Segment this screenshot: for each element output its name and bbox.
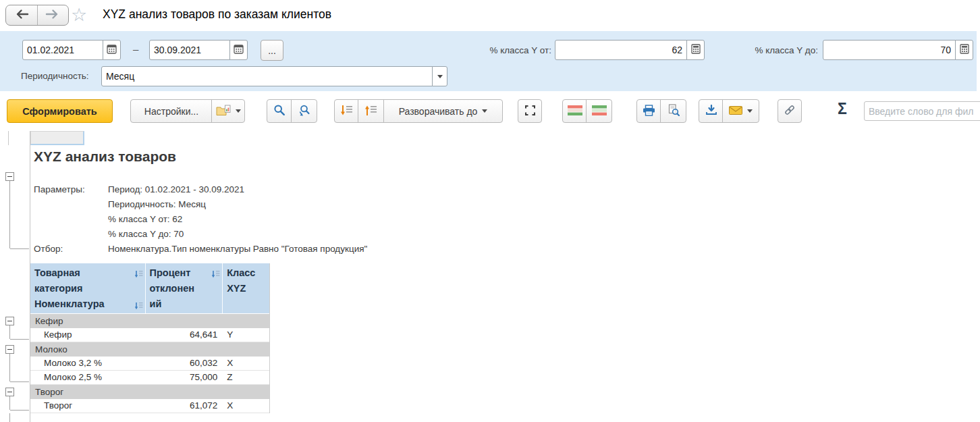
find-button[interactable] [267, 99, 292, 123]
item-name-cell: Молоко 3,2 % [30, 357, 145, 370]
parameter-value: Периодичность: Месяц [108, 197, 206, 212]
class-y-to-calculator-button[interactable] [955, 40, 973, 60]
periodicity-input[interactable] [101, 66, 433, 86]
calendar-icon [107, 44, 117, 56]
download-icon [705, 105, 717, 117]
column-header-deviation-percent[interactable]: Процент отклонений [145, 263, 223, 313]
send-email-button[interactable] [722, 99, 759, 123]
deviation-percent-cell: 75,000 [145, 371, 223, 384]
table-row[interactable]: Молоко 3,2 %60,032X [30, 357, 269, 371]
class-y-to-input[interactable] [823, 40, 956, 60]
tree-line [9, 354, 10, 381]
collapse-groups-button[interactable] [358, 99, 384, 123]
table-row[interactable]: Кефир64,641Y [30, 328, 269, 342]
expand-levels-icon [340, 105, 354, 118]
date-range-separator: – [133, 43, 138, 55]
sort-ascending-button[interactable] [586, 99, 612, 123]
date-from-input[interactable] [22, 40, 103, 60]
expand-to-button[interactable]: Разворачивать до [383, 99, 503, 123]
collapse-group-button[interactable] [5, 388, 14, 396]
class-y-to-label: % класса Y до: [741, 45, 818, 55]
group-name-cell: Молоко [30, 342, 269, 357]
generate-button[interactable]: Сформировать [7, 99, 113, 123]
parameter-value: % класса Y от: 62 [108, 212, 182, 227]
page-title: XYZ анализ товаров по заказам клиентов [103, 7, 331, 22]
class-y-from-input[interactable] [555, 40, 687, 60]
report-table-body: КефирКефир64,641YМолокоМолоко 3,2 %60,03… [30, 314, 269, 413]
calculator-icon [960, 44, 969, 56]
date-to-calendar-button[interactable] [229, 40, 248, 60]
periodicity-dropdown-button[interactable] [432, 66, 447, 86]
collapse-group-button[interactable] [5, 317, 14, 325]
column-header-nomenclature[interactable]: Товарная категория Номенклатура [30, 263, 145, 313]
forward-button[interactable] [37, 5, 69, 25]
report-spreadsheet: XYZ анализ товаров Параметры:Период: 01.… [0, 128, 980, 422]
tree-line [9, 396, 10, 410]
period-variants-button[interactable]: ... [261, 40, 283, 61]
periodicity-field [101, 66, 447, 86]
print-preview-button[interactable] [660, 99, 686, 123]
fullscreen-icon [524, 105, 536, 118]
column-header-xyz-class[interactable]: Класс XYZ [222, 263, 269, 313]
tree-line [9, 181, 10, 248]
column-header-text: Класс XYZ [227, 265, 259, 296]
print-button[interactable] [636, 99, 661, 123]
class-y-from-calculator-button[interactable] [686, 40, 705, 60]
find-next-button[interactable] [291, 99, 317, 123]
report-variant-icon [216, 105, 231, 118]
parameter-label [34, 197, 108, 212]
report-title: XYZ анализ товаров [34, 149, 176, 165]
save-file-button[interactable] [699, 99, 724, 123]
xyz-class-cell: X [222, 399, 269, 413]
item-name-cell: Молоко 2,5 % [30, 371, 145, 384]
table-group-row[interactable]: Кефир [30, 314, 269, 328]
report-table: Товарная категория Номенклатура Процент … [30, 263, 270, 413]
settings-button-label: Настройки... [144, 106, 198, 117]
chevron-down-icon [236, 109, 241, 113]
settings-button[interactable]: Настройки... [130, 99, 213, 123]
sort-icon[interactable] [134, 299, 143, 315]
history-nav-group [5, 5, 69, 26]
deviation-percent-cell: 60,032 [145, 357, 223, 370]
sum-sigma-icon[interactable]: Σ [838, 100, 847, 118]
filter-word-input[interactable] [864, 101, 980, 121]
sort-icon[interactable] [134, 267, 143, 283]
filter-panel: – ... % класса Y от: % класса Y до: Пери… [0, 31, 977, 91]
table-row[interactable]: Творог61,072X [30, 399, 269, 413]
tree-line [10, 339, 29, 340]
date-to-input[interactable] [149, 40, 230, 60]
class-y-from-field [555, 40, 705, 60]
date-from-calendar-button[interactable] [103, 40, 121, 60]
report-variants-button[interactable] [211, 99, 245, 123]
parameter-row: Периодичность: Месяц [34, 197, 367, 212]
forward-arrow-icon [45, 9, 61, 22]
class-y-to-field [823, 40, 973, 60]
deviation-percent-cell: 61,072 [145, 399, 223, 413]
green-red-stripes-icon [592, 105, 607, 117]
back-button[interactable] [6, 5, 37, 25]
column-header-text: Товарная категория [34, 265, 117, 296]
tree-line [10, 381, 29, 382]
sort-descending-button[interactable] [562, 99, 587, 123]
expand-groups-button[interactable] [334, 99, 359, 123]
chevron-down-icon [482, 109, 487, 113]
favorite-star-icon[interactable]: ☆ [71, 3, 87, 26]
chevron-down-icon [747, 109, 753, 113]
xyz-class-cell: X [222, 357, 269, 370]
gutter-line [8, 131, 9, 145]
envelope-icon [729, 106, 742, 117]
calendar-icon [234, 44, 244, 56]
periodicity-label: Периодичность: [21, 71, 89, 81]
table-group-row[interactable]: Творог [30, 385, 269, 399]
fullscreen-button[interactable] [518, 99, 542, 123]
table-row[interactable]: Молоко 2,5 %75,000Z [30, 371, 269, 385]
xyz-class-cell: Z [222, 371, 269, 384]
column-header-text: Процент отклонений [150, 265, 200, 312]
spreadsheet-corner-cell[interactable] [30, 131, 84, 145]
xyz-class-cell: Y [222, 328, 269, 342]
get-link-button[interactable] [778, 99, 802, 123]
collapse-report-header-button[interactable] [5, 172, 14, 181]
sort-icon[interactable] [211, 267, 220, 283]
table-group-row[interactable]: Молоко [30, 342, 269, 357]
collapse-group-button[interactable] [5, 345, 14, 354]
